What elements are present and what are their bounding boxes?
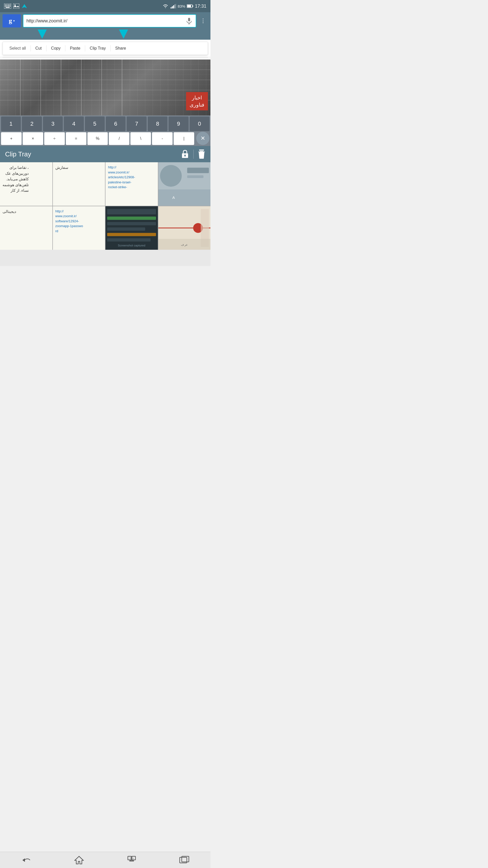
svg-rect-15 [173, 5, 174, 8]
key-equals[interactable]: = [66, 132, 87, 145]
hero-image: اخبار فناوری [0, 60, 210, 116]
svg-rect-50 [107, 227, 145, 231]
svg-rect-7 [8, 6, 9, 7]
keyboard: 1 2 3 4 5 6 7 8 9 0 + × ÷ = % / \ - | ✕ [0, 116, 210, 146]
clip-item-6[interactable]: Screenshot captured [105, 206, 158, 250]
delete-icon[interactable] [198, 150, 205, 159]
svg-rect-3 [8, 5, 9, 5]
key-7[interactable]: 7 [127, 117, 147, 131]
svg-rect-47 [107, 209, 156, 214]
svg-text:عر ف: عر ف [181, 243, 188, 246]
svg-rect-9 [6, 7, 10, 8]
svg-text:A: A [172, 195, 175, 199]
key-5[interactable]: 5 [85, 117, 105, 131]
screenshot-image-3: عر ف [158, 206, 211, 250]
select-all-button[interactable]: Select all [5, 46, 31, 51]
screenshot-image-1: A [158, 162, 211, 206]
url-text[interactable]: http://www.zoomit.ir/ [26, 18, 184, 24]
svg-rect-4 [9, 5, 10, 5]
clip-item-5[interactable]: http://www.zoomit.ir/software/12924-zoom… [53, 206, 105, 250]
svg-marker-12 [22, 4, 27, 8]
selection-handles [0, 30, 210, 40]
svg-rect-19 [192, 5, 193, 7]
key-0[interactable]: 0 [190, 117, 209, 131]
svg-rect-20 [187, 5, 191, 7]
google-dropdown-arrow: ▾ [13, 19, 15, 23]
svg-rect-5 [5, 6, 6, 7]
google-g-label: g [9, 17, 12, 25]
svg-rect-48 [107, 216, 156, 220]
svg-rect-39 [198, 152, 205, 152]
news-badge-line1: اخبار [190, 94, 204, 101]
key-6[interactable]: 6 [106, 117, 126, 131]
clip-item-7[interactable]: عر ف [158, 206, 211, 250]
news-badge: اخبار فناوری [186, 92, 208, 111]
svg-rect-36 [185, 155, 186, 157]
selection-handle-left [38, 30, 47, 39]
svg-rect-8 [9, 6, 10, 7]
key-pipe[interactable]: | [173, 132, 194, 145]
clip-item-4[interactable]: دیجیتالی [0, 206, 52, 250]
address-bar: g ▾ http://www.zoomit.ir/ ⋮ [0, 12, 210, 30]
url-input-wrapper[interactable]: http://www.zoomit.ir/ [23, 14, 196, 28]
image-icon [13, 4, 19, 9]
key-9[interactable]: 9 [168, 117, 188, 131]
clip-tray-button[interactable]: Clip Tray [85, 46, 110, 51]
clip-tray-title: Clip Tray [5, 150, 177, 158]
key-4[interactable]: 4 [64, 117, 84, 131]
battery-percent: 83% [178, 4, 185, 8]
google-button[interactable]: g ▾ [3, 14, 21, 28]
key-times[interactable]: × [23, 132, 43, 145]
keyboard-close-button[interactable]: ✕ [196, 132, 209, 145]
web-content: اخبار فناوری [0, 60, 210, 116]
cut-button[interactable]: Cut [31, 46, 46, 51]
clip-item-0[interactable]: ، تقاضا برایدوربین‌های عککاهش می‌یابد.تل… [0, 162, 52, 206]
svg-rect-42 [187, 167, 209, 173]
svg-rect-21 [188, 18, 190, 21]
key-backslash[interactable]: \ [130, 132, 151, 145]
key-divide[interactable]: ÷ [44, 132, 65, 145]
clip-item-1[interactable]: سفارش [53, 162, 105, 206]
status-bar: 83% 17:31 [0, 0, 210, 12]
selection-handle-right [119, 30, 128, 39]
svg-rect-13 [170, 7, 171, 8]
more-menu-button[interactable]: ⋮ [198, 16, 208, 26]
clip-tray-grid: ، تقاضا برایدوربین‌های عککاهش می‌یابد.تل… [0, 162, 210, 250]
signal-icon [170, 4, 176, 8]
key-percent[interactable]: % [88, 132, 108, 145]
svg-rect-14 [172, 6, 173, 8]
lock-icon[interactable] [181, 149, 189, 159]
status-bar-right: 83% 17:31 [162, 4, 206, 9]
svg-rect-10 [13, 4, 19, 9]
key-plus[interactable]: + [1, 132, 22, 145]
svg-rect-2 [6, 5, 7, 5]
mic-icon[interactable] [186, 17, 193, 24]
copy-button[interactable]: Copy [46, 46, 65, 51]
news-badge-line2: فناوری [190, 101, 204, 108]
svg-rect-44 [158, 189, 211, 206]
svg-rect-43 [187, 175, 203, 178]
battery-icon [187, 4, 193, 8]
context-menu: Select all Cut Copy Paste Clip Tray Shar… [3, 42, 208, 55]
key-3[interactable]: 3 [43, 117, 63, 131]
svg-rect-1 [5, 5, 6, 5]
key-1[interactable]: 1 [1, 117, 21, 131]
clip-item-2[interactable]: http://www.zoomit.ir/articles/etc/12908-… [105, 162, 158, 206]
clip-item-3[interactable]: A [158, 162, 211, 206]
keyboard-number-row: 1 2 3 4 5 6 7 8 9 0 [0, 116, 210, 131]
key-8[interactable]: 8 [148, 117, 167, 131]
svg-rect-41 [160, 165, 182, 187]
svg-rect-49 [107, 222, 156, 225]
svg-rect-52 [107, 238, 151, 242]
keyboard-icon [4, 4, 11, 9]
clip-tray-header: Clip Tray [0, 146, 210, 162]
key-minus[interactable]: - [152, 132, 172, 145]
wifi-icon [162, 4, 169, 9]
share-button[interactable]: Share [110, 46, 131, 51]
time-display: 17:31 [195, 4, 206, 9]
key-2[interactable]: 2 [22, 117, 42, 131]
keyboard-symbol-row: + × ÷ = % / \ - | ✕ [0, 131, 210, 146]
paste-button[interactable]: Paste [65, 46, 85, 51]
status-bar-left [4, 4, 28, 9]
key-slash[interactable]: / [109, 132, 129, 145]
